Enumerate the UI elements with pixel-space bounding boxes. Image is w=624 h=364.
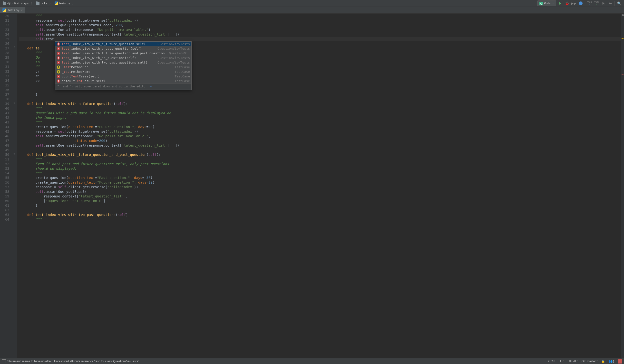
line-number[interactable]: 52 (0, 162, 12, 166)
vcs-pull-button[interactable]: VCS ↓ (587, 0, 593, 6)
fold-marker-icon[interactable]: ⊖ (13, 46, 16, 48)
line-number[interactable]: 63 (0, 213, 12, 217)
line-number-gutter[interactable]: 2021222324252627282930313233343536373839… (0, 14, 12, 358)
scroll-handle-icon[interactable] (622, 14, 624, 16)
line-number[interactable]: 43 (0, 120, 12, 125)
line-number[interactable]: 60 (0, 199, 12, 203)
line-number[interactable]: 26 (0, 41, 12, 46)
run-button[interactable] (557, 0, 563, 6)
line-number[interactable]: 36 (0, 88, 12, 92)
line-number[interactable]: 25 (0, 37, 12, 41)
code-editor[interactable]: """ response = self.client.get(reverse('… (17, 14, 621, 358)
warning-marker[interactable] (622, 38, 624, 39)
undo-button[interactable]: ↩ (607, 0, 613, 6)
line-number[interactable]: 21 (0, 18, 12, 23)
line-number[interactable]: 31 (0, 65, 12, 69)
fold-gutter[interactable]: ⊖ ⊖ ⊖ (12, 14, 17, 358)
line-number[interactable]: 57 (0, 185, 12, 189)
line-number[interactable]: 23 (0, 27, 12, 32)
completion-link[interactable]: >> (149, 85, 152, 88)
globe-button[interactable] (578, 0, 584, 6)
code-text (19, 139, 75, 143)
line-number[interactable]: 29 (0, 55, 12, 60)
pi-icon[interactable]: π (188, 84, 189, 89)
line-number[interactable]: 30 (0, 60, 12, 65)
code-text: status_code (75, 139, 97, 143)
code-text (19, 60, 35, 64)
line-number[interactable]: 58 (0, 189, 12, 194)
line-number[interactable]: 35 (0, 83, 12, 88)
completion-item[interactable]: mdefaultTestResult(self)TestCase (55, 79, 191, 83)
git-branch-dropdown[interactable]: Git: master (582, 360, 598, 363)
line-separator-dropdown[interactable]: LF (559, 360, 564, 363)
completion-item[interactable]: mtest_index_view_with_a_future_question(… (55, 42, 191, 46)
line-number[interactable]: 61 (0, 203, 12, 208)
lock-icon[interactable]: 🔒 (601, 360, 605, 363)
code-text: )) (134, 185, 138, 189)
run-config-dropdown[interactable]: dj Polls ▼ (537, 0, 556, 6)
fold-marker-icon[interactable]: ⊖ (13, 102, 16, 104)
encoding-dropdown[interactable]: UTF-8 (568, 360, 578, 363)
line-number[interactable]: 28 (0, 51, 12, 55)
line-number[interactable]: 53 (0, 166, 12, 171)
code-text: .client.get(reverse( (66, 185, 107, 189)
line-number[interactable]: 27 (0, 46, 12, 51)
line-number[interactable]: 38 (0, 97, 12, 102)
line-number[interactable]: 56 (0, 180, 12, 185)
method-icon: m (57, 61, 60, 64)
line-number[interactable]: 42 (0, 115, 12, 120)
line-number[interactable]: 49 (0, 148, 12, 152)
line-number[interactable]: 64 (0, 217, 12, 222)
vcs-push-button[interactable]: VCS ↑ (594, 0, 599, 6)
completion-item[interactable]: mtest_index_view_with_future_question_an… (55, 51, 191, 55)
error-marker[interactable] (622, 74, 624, 75)
completion-item[interactable]: mcountTestCases(self)TestCase (55, 74, 191, 79)
completion-item[interactable]: f_testMethodNameTestCase (55, 69, 191, 74)
fold-marker-icon[interactable]: ⊖ (13, 152, 16, 155)
line-number[interactable]: 44 (0, 125, 12, 129)
line-number[interactable]: 22 (0, 23, 12, 27)
error-stripe[interactable] (621, 14, 624, 358)
completion-source: QuestionViewTests (157, 55, 190, 60)
line-number[interactable]: 32 (0, 69, 12, 74)
debug-button[interactable]: 🐞 (564, 0, 570, 6)
line-number[interactable]: 41 (0, 111, 12, 115)
line-number[interactable]: 50 (0, 152, 12, 157)
breadcrumb-mid-label: polls (40, 1, 47, 5)
line-number[interactable]: 37 (0, 92, 12, 97)
line-number[interactable]: 39 (0, 102, 12, 106)
breadcrumb-root[interactable]: djtp_first_steps (1, 1, 30, 6)
completion-item[interactable]: mtest_index_view_with_no_questions(self)… (55, 55, 191, 60)
breadcrumb-mid[interactable]: polls (35, 1, 49, 6)
line-number[interactable]: 48 (0, 143, 12, 148)
line-number[interactable]: 47 (0, 138, 12, 143)
line-number[interactable]: 24 (0, 32, 12, 37)
completion-item[interactable]: f_testMethodDocTestCase (55, 65, 191, 69)
close-icon[interactable]: × (21, 8, 23, 12)
completion-text: _testMethodName (62, 69, 175, 74)
code-text: 'polls:index' (107, 130, 134, 134)
status-rect-icon[interactable] (2, 359, 6, 363)
tab-tests-py[interactable]: tests.py × (0, 7, 25, 13)
line-number[interactable]: 51 (0, 157, 12, 162)
line-number[interactable]: 54 (0, 171, 12, 176)
line-number[interactable]: 34 (0, 78, 12, 83)
line-number[interactable]: 59 (0, 194, 12, 199)
line-number[interactable]: 45 (0, 129, 12, 134)
line-number[interactable]: 20 (0, 14, 12, 18)
code-text: .client.get(reverse( (66, 19, 107, 23)
line-number[interactable]: 46 (0, 134, 12, 138)
search-button[interactable]: 🔍 (616, 0, 622, 6)
completion-item[interactable]: mtest_index_view_with_two_past_questions… (55, 60, 191, 65)
line-number[interactable]: 40 (0, 106, 12, 111)
error-notification-icon[interactable]: ! (618, 359, 622, 364)
coverage-button[interactable]: ▶▶ (571, 0, 577, 6)
completion-item[interactable]: mtest_index_view_with_a_past_question(se… (55, 46, 191, 51)
line-number[interactable]: 33 (0, 74, 12, 78)
line-number[interactable]: 62 (0, 208, 12, 213)
line-number[interactable]: 55 (0, 176, 12, 180)
code-with-me-button[interactable]: 👥2 (608, 359, 614, 363)
cursor-position[interactable]: 25:18 (548, 360, 555, 363)
breadcrumb-file[interactable]: tests.py (53, 1, 71, 6)
changelist-button[interactable]: ⎘ (600, 0, 606, 6)
